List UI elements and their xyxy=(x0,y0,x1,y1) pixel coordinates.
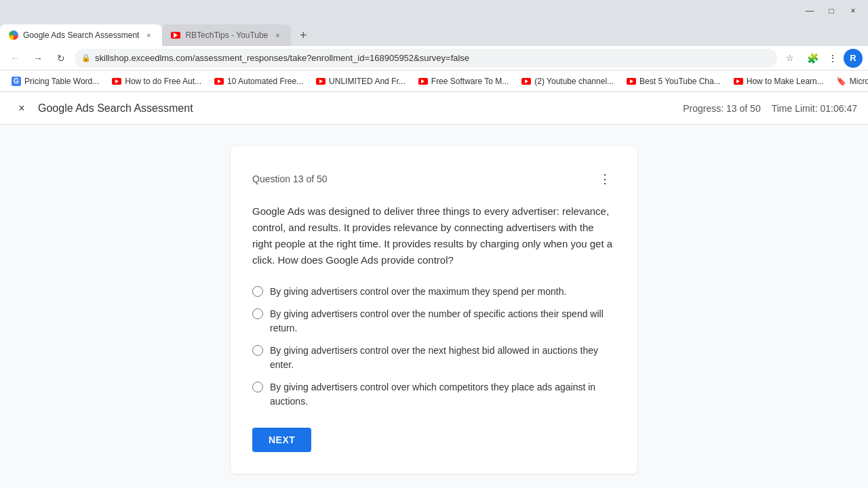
bookmark-label-best5: Best 5 YouTube Cha... xyxy=(639,77,721,86)
extensions-button[interactable]: 🧩 xyxy=(803,49,822,68)
tab-close-google-ads[interactable]: × xyxy=(143,30,154,41)
title-bar-controls: — □ × xyxy=(800,3,863,18)
bookmark-favicon-yt7 xyxy=(733,76,744,87)
browser-actions: 🧩 ⋮ R xyxy=(803,49,863,68)
radio-option-1[interactable] xyxy=(252,286,263,297)
option-1-label: By giving advertisers control over the m… xyxy=(270,285,566,299)
next-button[interactable]: NEXT xyxy=(252,428,311,452)
bookmark-best5[interactable]: Best 5 YouTube Cha... xyxy=(620,74,726,89)
youtube-favicon-icon xyxy=(171,32,180,39)
bookmark-favicon-yt3 xyxy=(315,76,326,87)
bookmark-favicon-yt5 xyxy=(521,76,532,87)
reload-button[interactable]: ↻ xyxy=(52,49,71,68)
bookmark-microsoft[interactable]: 🔖 Microsoft AI Classr... xyxy=(831,74,868,89)
bookmark-youtube-channel[interactable]: (2) Youtube channel... xyxy=(515,74,619,89)
url-display: skillshop.exceedlms.com/assessment_respo… xyxy=(95,53,770,63)
security-lock-icon: 🔒 xyxy=(81,54,91,62)
radio-option-2[interactable] xyxy=(252,308,263,319)
tab-bar: Google Ads Search Assessment × RBTechTip… xyxy=(0,22,868,46)
question-number: Question 13 of 50 xyxy=(252,174,328,184)
back-button[interactable]: ← xyxy=(5,49,24,68)
bookmark-label-youtube-channel: (2) Youtube channel... xyxy=(534,77,614,86)
assessment-close-button[interactable]: × xyxy=(11,98,33,119)
radio-option-4[interactable] xyxy=(252,382,263,392)
main-content: Question 13 of 50 ⋮ Google Ads was desig… xyxy=(0,125,868,488)
options-list: By giving advertisers control over the m… xyxy=(252,285,616,409)
bookmark-favicon-yt2 xyxy=(214,76,224,87)
bookmark-label-freesoftware: Free Software To M... xyxy=(431,77,509,86)
bookmark-label-aut: How to do Free Aut... xyxy=(125,77,201,86)
question-more-options-button[interactable]: ⋮ xyxy=(594,168,616,190)
assessment-header: × Google Ads Search Assessment Progress:… xyxy=(0,92,868,125)
radio-option-3[interactable] xyxy=(252,345,263,356)
url-bar-container[interactable]: 🔒 skillshop.exceedlms.com/assessment_res… xyxy=(75,49,777,68)
bookmark-favicon-pricing: G xyxy=(11,76,22,87)
tab-google-ads[interactable]: Google Ads Search Assessment × xyxy=(0,24,162,46)
bookmark-favicon-yt1 xyxy=(111,76,122,87)
bookmarks-bar: G Pricing Table Word... How to do Free A… xyxy=(0,70,868,92)
bookmark-label-10auto: 10 Automated Free... xyxy=(227,77,303,86)
bookmark-10automated[interactable]: 10 Automated Free... xyxy=(208,74,309,89)
option-3[interactable]: By giving advertisers control over the n… xyxy=(252,344,616,372)
time-limit-label: Time Limit: 01:06:47 xyxy=(772,103,857,114)
minimize-button[interactable]: — xyxy=(800,3,819,18)
new-tab-button[interactable]: + xyxy=(294,26,313,45)
option-3-label: By giving advertisers control over the n… xyxy=(270,344,616,372)
bookmark-star-button[interactable]: ☆ xyxy=(781,49,799,67)
bookmark-makelearn[interactable]: How to Make Learn... xyxy=(728,74,829,89)
maximize-button[interactable]: □ xyxy=(822,3,841,18)
bookmark-label-microsoft: Microsoft AI Classr... xyxy=(850,77,868,86)
bookmark-label-makelearn: How to Make Learn... xyxy=(747,77,824,86)
time-value: 01:06:47 xyxy=(821,103,858,114)
more-options-button[interactable]: ⋮ xyxy=(823,49,842,68)
time-limit-text: Time Limit: xyxy=(772,103,818,114)
option-4-label: By giving advertisers control over which… xyxy=(270,380,616,409)
bookmark-pricing[interactable]: G Pricing Table Word... xyxy=(5,74,104,89)
option-1[interactable]: By giving advertisers control over the m… xyxy=(252,285,616,299)
question-text: Google Ads was designed to deliver three… xyxy=(252,203,616,268)
option-2[interactable]: By giving advertisers control over the n… xyxy=(252,307,616,336)
title-bar: — □ × xyxy=(0,0,868,22)
tab-close-youtube[interactable]: × xyxy=(272,30,283,41)
tab-favicon-youtube xyxy=(170,30,181,41)
question-container: Question 13 of 50 ⋮ Google Ads was desig… xyxy=(231,146,637,474)
assessment-title: Google Ads Search Assessment xyxy=(38,102,683,115)
bookmark-free-aut[interactable]: How to do Free Aut... xyxy=(106,74,207,89)
question-header: Question 13 of 50 ⋮ xyxy=(252,168,616,190)
profile-button[interactable]: R xyxy=(844,49,863,68)
bookmark-unlimited[interactable]: UNLIMITED And Fr... xyxy=(310,74,411,89)
address-bar: ← → ↻ 🔒 skillshop.exceedlms.com/assessme… xyxy=(0,46,868,70)
bookmark-favicon-yt6 xyxy=(626,76,637,87)
browser-chrome: — □ × Google Ads Search Assessment × RBT… xyxy=(0,0,868,92)
google-favicon-icon xyxy=(9,30,18,40)
bookmark-label-unlimited: UNLIMITED And Fr... xyxy=(329,77,406,86)
tab-title-youtube: RBTechTips - YouTube xyxy=(185,30,268,40)
bookmark-freesoftware[interactable]: Free Software To M... xyxy=(412,74,515,89)
option-2-label: By giving advertisers control over the n… xyxy=(270,307,616,336)
tab-favicon-google xyxy=(8,30,19,41)
window-close-button[interactable]: × xyxy=(844,3,863,18)
bookmark-favicon-yt4 xyxy=(418,76,429,87)
url-actions: ☆ xyxy=(781,49,799,67)
tab-youtube[interactable]: RBTechTips - YouTube × xyxy=(162,24,291,46)
option-4[interactable]: By giving advertisers control over which… xyxy=(252,380,616,409)
bookmark-favicon-ms: 🔖 xyxy=(836,76,847,87)
tab-title-google-ads: Google Ads Search Assessment xyxy=(23,30,139,40)
progress-text: Progress: 13 of 50 xyxy=(683,103,760,114)
forward-button[interactable]: → xyxy=(28,49,47,68)
bookmark-label-pricing: Pricing Table Word... xyxy=(24,77,99,86)
progress-info: Progress: 13 of 50 Time Limit: 01:06:47 xyxy=(683,103,857,114)
